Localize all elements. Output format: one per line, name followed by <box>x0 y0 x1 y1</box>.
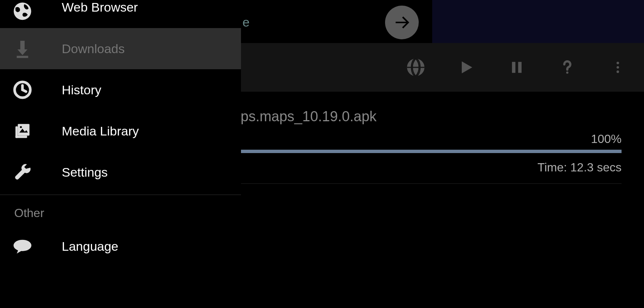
svg-point-6 <box>566 71 568 74</box>
url-fragment: e <box>242 15 250 30</box>
nav-item-history[interactable]: History <box>0 69 241 110</box>
nav-item-downloads[interactable]: Downloads <box>0 28 241 69</box>
globe-icon <box>405 57 426 78</box>
download-time: Time: 12.3 secs <box>241 161 622 174</box>
navigation-drawer: Web Browser Downloads History <box>0 0 241 308</box>
download-progress-row: 100% <box>241 132 622 146</box>
svg-point-7 <box>617 62 619 64</box>
pause-all-button[interactable] <box>506 56 528 79</box>
svg-point-9 <box>617 70 619 73</box>
svg-rect-17 <box>15 136 27 138</box>
globe-icon <box>11 0 34 22</box>
wrench-icon <box>11 161 34 183</box>
download-percent: 100% <box>591 132 622 146</box>
divider <box>239 183 622 184</box>
nav-item-settings[interactable]: Settings <box>0 152 241 193</box>
browser-button[interactable] <box>405 56 427 79</box>
nav-item-media-library[interactable]: Media Library <box>0 110 241 152</box>
pause-icon <box>509 59 525 76</box>
arrow-right-icon <box>393 13 411 32</box>
svg-marker-3 <box>462 61 472 73</box>
svg-rect-11 <box>20 41 25 49</box>
download-item[interactable]: ps.maps_10.19.0.apk 100% Time: 12.3 secs <box>241 109 622 174</box>
help-icon <box>558 58 576 76</box>
play-all-button[interactable] <box>455 56 477 79</box>
svg-marker-12 <box>18 49 28 55</box>
download-progress-bar <box>241 150 622 153</box>
download-icon <box>11 37 34 60</box>
svg-rect-5 <box>518 62 522 73</box>
more-vert-icon <box>610 60 625 75</box>
svg-rect-13 <box>17 56 28 58</box>
media-library-icon <box>11 120 34 142</box>
nav-label: Language <box>62 239 118 254</box>
nav-item-web-browser[interactable]: Web Browser <box>0 0 241 28</box>
nav-item-language[interactable]: Language <box>0 226 241 267</box>
nav-label: Settings <box>62 165 108 180</box>
nav-label: History <box>62 83 101 97</box>
divider <box>0 195 241 195</box>
svg-point-8 <box>617 66 619 69</box>
nav-label: Media Library <box>62 124 139 138</box>
svg-rect-15 <box>18 124 30 135</box>
chat-icon <box>11 235 34 257</box>
overflow-menu-button[interactable] <box>607 56 629 79</box>
svg-point-20 <box>13 240 31 251</box>
go-button[interactable] <box>385 6 419 39</box>
clock-icon <box>11 79 34 101</box>
play-icon <box>457 58 475 76</box>
nav-label: Downloads <box>62 42 125 56</box>
download-filename: ps.maps_10.19.0.apk <box>241 109 622 125</box>
help-button[interactable] <box>556 56 579 79</box>
svg-point-19 <box>20 126 22 128</box>
nav-section-other: Other <box>0 197 241 226</box>
nav-label: Web Browser <box>62 0 138 15</box>
top-right-panel <box>432 0 644 43</box>
svg-rect-4 <box>512 62 515 73</box>
